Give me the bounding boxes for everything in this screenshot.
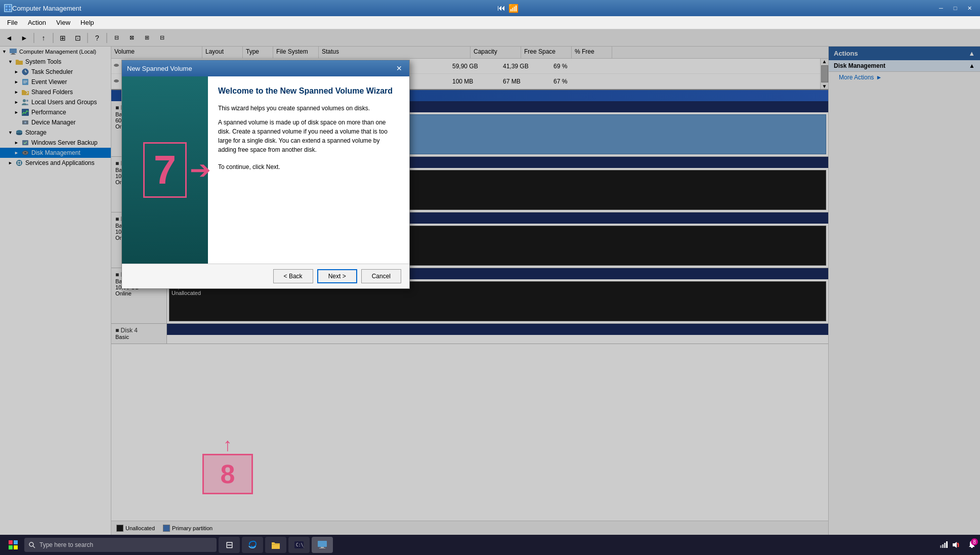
svg-rect-45 (944, 543, 946, 548)
modal-title: New Spanned Volume (127, 65, 192, 72)
menu-action[interactable]: Action (23, 18, 51, 27)
computer-mgmt-button[interactable] (312, 537, 333, 553)
maximize-button[interactable]: □ (949, 4, 962, 13)
svg-rect-35 (14, 545, 18, 549)
modal-right-content: Welcome to the New Spanned Volume Wizard… (208, 76, 409, 264)
svg-rect-32 (9, 540, 13, 544)
new-spanned-volume-dialog: New Spanned Volume ✕ 7 ➔ Welcome to the (121, 60, 410, 289)
svg-rect-3 (6, 9, 8, 11)
modal-body1: A spanned volume is made up of disk spac… (218, 118, 399, 154)
title-bar-text: Computer Management (12, 5, 81, 12)
network-icon (940, 541, 948, 549)
modal-footer: < Back Next > Cancel (122, 264, 409, 288)
svg-text:C:\_: C:\_ (296, 543, 304, 547)
modal-wizard-art: 7 ➔ (122, 76, 208, 264)
close-button[interactable]: ✕ (963, 4, 976, 13)
task-view-button[interactable]: ⊟ (219, 537, 240, 553)
cmd-button[interactable]: C:\_ (288, 537, 310, 553)
search-icon (28, 541, 35, 548)
modal-body: 7 ➔ Welcome to the New Spanned Volume Wi… (122, 76, 409, 264)
app-icon (4, 4, 12, 12)
modal-close-button[interactable]: ✕ (394, 63, 404, 73)
svg-rect-4 (9, 9, 11, 11)
svg-rect-43 (940, 545, 942, 548)
svg-rect-46 (946, 541, 948, 548)
modal-intro: This wizard helps you create spanned vol… (218, 104, 399, 113)
edge-button[interactable] (242, 537, 263, 553)
svg-rect-2 (9, 6, 11, 8)
svg-rect-41 (321, 547, 324, 548)
annotation-8-arrow: ↑ (223, 436, 232, 454)
svg-line-37 (33, 546, 35, 548)
notification-count: 8 (971, 538, 978, 545)
explorer-button[interactable] (265, 537, 286, 553)
menu-bar: File Action View Help (0, 16, 980, 29)
svg-rect-1 (6, 6, 8, 8)
annotation-8-box: 8 (202, 454, 253, 494)
search-placeholder: Type here to search (39, 541, 93, 548)
svg-rect-33 (14, 540, 18, 544)
modal-heading: Welcome to the New Spanned Volume Wizard (218, 87, 399, 96)
start-button[interactable] (4, 537, 22, 553)
next-button[interactable]: Next > (317, 269, 357, 283)
svg-rect-48 (971, 547, 973, 548)
annotation-8-container: ↑ 8 (202, 436, 253, 494)
window-controls: ─ □ ✕ (934, 4, 976, 13)
taskbar: Type here to search ⊟ C:\_ (0, 535, 980, 555)
wizard-number: 7 (154, 147, 177, 192)
menu-help[interactable]: Help (75, 18, 99, 27)
svg-rect-34 (9, 545, 13, 549)
menu-view[interactable]: View (51, 18, 75, 27)
modal-overlay: New Spanned Volume ✕ 7 ➔ Welcome to the (0, 29, 980, 535)
back-button[interactable]: < Back (273, 269, 313, 283)
cancel-button[interactable]: Cancel (361, 269, 401, 283)
title-bar: Computer Management ⏮ 📶 ─ □ ✕ (0, 0, 980, 16)
svg-rect-44 (942, 544, 944, 548)
volume-icon (952, 541, 960, 549)
minimize-button[interactable]: ─ (934, 4, 948, 13)
svg-rect-40 (318, 541, 327, 547)
notification-button[interactable]: 8 (968, 540, 976, 549)
taskbar-search-box[interactable]: Type here to search (24, 538, 217, 552)
system-tray: 8 (940, 540, 976, 549)
modal-title-bar: New Spanned Volume ✕ (122, 60, 409, 76)
svg-point-36 (29, 542, 33, 546)
svg-rect-42 (319, 548, 325, 548)
modal-body2: To continue, click Next. (218, 162, 399, 172)
menu-file[interactable]: File (2, 18, 23, 27)
